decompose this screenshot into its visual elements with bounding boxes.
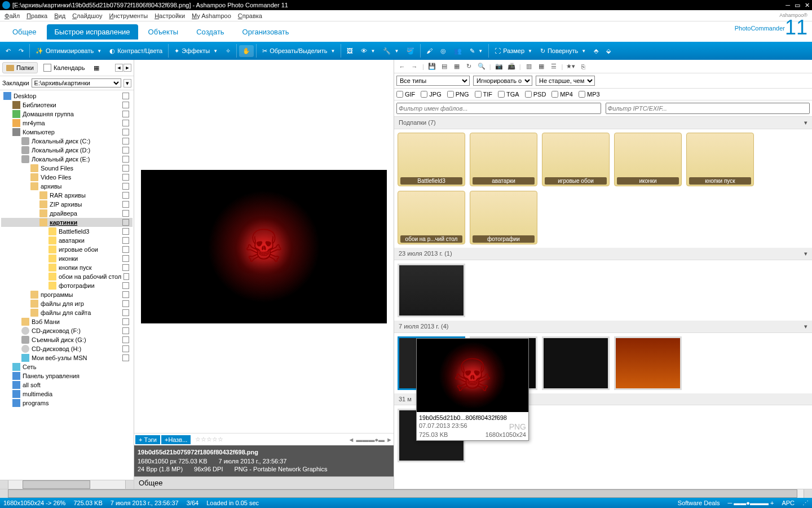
tree-checkbox[interactable] xyxy=(122,138,129,144)
tree-item[interactable]: all soft xyxy=(1,380,133,389)
tree-checkbox[interactable] xyxy=(122,165,129,172)
tree-item[interactable]: обои на рабочий стол xyxy=(1,272,133,281)
tree-checkbox[interactable] xyxy=(122,309,129,316)
name-filter-input[interactable] xyxy=(396,103,601,114)
tab-folders[interactable]: Папки xyxy=(2,62,38,73)
tree-item[interactable]: картинки xyxy=(1,218,133,227)
eye-icon[interactable]: 👁▼ xyxy=(358,45,378,56)
effects-button[interactable]: ✦ Эффекты▼ xyxy=(171,45,221,57)
flip-v-icon[interactable]: ⬙ xyxy=(603,45,614,57)
refresh-icon[interactable]: ↻ xyxy=(465,62,474,71)
back-icon[interactable]: ← xyxy=(398,62,407,71)
group-subfolders[interactable]: Подпапки (7)▾ xyxy=(394,117,812,129)
tree-item[interactable]: Сеть xyxy=(1,362,133,371)
tree-scrollbar[interactable] xyxy=(0,480,134,489)
copy-icon[interactable]: ⎘ xyxy=(579,62,588,71)
format-png[interactable]: PNG xyxy=(447,91,469,98)
tree-item[interactable]: Мои веб-узлы MSN xyxy=(1,353,133,362)
rotate-button[interactable]: ↻ Повернуть▼ xyxy=(537,45,589,57)
zoom-controls[interactable]: ◄ ▬▬▬●▬ ► xyxy=(348,436,392,443)
tree-item[interactable]: Домашняя группа xyxy=(1,110,133,119)
tree-item[interactable]: аватарки xyxy=(1,236,133,245)
folder-thumb[interactable]: обои на р...чий стол xyxy=(398,191,465,244)
tree-item[interactable]: multimedia xyxy=(1,389,133,398)
wrench-icon[interactable]: 🔧▼ xyxy=(379,45,402,57)
bottom-tab-general[interactable]: Общее xyxy=(134,476,394,489)
tree-item[interactable]: драйвера xyxy=(1,209,133,218)
menu-файл[interactable]: Файл xyxy=(5,12,20,19)
menu-my ashampoo[interactable]: My Ashampoo xyxy=(192,12,231,19)
menu-слайдшоу[interactable]: Слайдшоу xyxy=(72,12,102,19)
image-icon[interactable]: 🖼 xyxy=(343,45,356,56)
minimize-button[interactable]: ─ xyxy=(785,2,790,9)
close-button[interactable]: ✕ xyxy=(805,2,810,9)
tags-button[interactable]: + Тэги xyxy=(135,435,160,444)
format-gif[interactable]: GIF xyxy=(396,91,415,98)
maximize-button[interactable]: ▭ xyxy=(795,2,800,9)
tab-2[interactable]: Объекты xyxy=(140,24,187,40)
tree-checkbox[interactable] xyxy=(122,336,129,343)
view2-icon[interactable]: ▦ xyxy=(537,62,546,71)
tree-item[interactable]: фотографии xyxy=(1,281,133,290)
image-thumb[interactable] xyxy=(614,336,682,390)
tree-item[interactable]: программы xyxy=(1,290,133,299)
tree-item[interactable]: Локальный диск (C:) xyxy=(1,137,133,146)
tree-checkbox[interactable] xyxy=(122,120,129,126)
tree-checkbox[interactable] xyxy=(122,219,129,226)
tree-item[interactable]: файлы для игр xyxy=(1,299,133,308)
target-icon[interactable]: ◎ xyxy=(437,45,449,57)
layout1-icon[interactable]: ▤ xyxy=(440,62,449,71)
tree-checkbox[interactable] xyxy=(122,192,129,199)
nav-fwd[interactable]: ► xyxy=(123,64,131,72)
format-mp4[interactable]: MP4 xyxy=(551,91,573,98)
brush-icon[interactable]: 🖌 xyxy=(423,45,436,56)
tree-item[interactable]: programs xyxy=(1,398,133,408)
people-icon[interactable]: 👥 xyxy=(451,45,465,57)
format-psd[interactable]: PSD xyxy=(525,91,546,98)
save-icon[interactable]: 💾 xyxy=(427,62,436,71)
tree-item[interactable]: Панель управления xyxy=(1,371,133,380)
layout2-icon[interactable]: ▦ xyxy=(452,62,461,71)
tab-calendar[interactable]: Календарь xyxy=(40,62,89,73)
folder-thumb[interactable]: кнопки пуск xyxy=(686,133,754,186)
format-mp3[interactable]: MP3 xyxy=(579,91,600,98)
tree-checkbox[interactable] xyxy=(122,237,129,244)
tree-checkbox[interactable] xyxy=(122,111,129,117)
format-tga[interactable]: TGA xyxy=(498,91,519,98)
tree-item[interactable]: Библиотеки xyxy=(1,100,133,110)
tree-checkbox[interactable] xyxy=(122,246,129,253)
format-tif[interactable]: TIF xyxy=(475,91,493,98)
bucket-icon[interactable]: 🪣 xyxy=(403,45,418,57)
image-thumb-selected[interactable]: 19b0d55d21b0...806f80432f698 07.07.2013 … xyxy=(398,336,465,390)
tree-item[interactable]: mr4yma xyxy=(1,119,133,128)
tree-item[interactable]: Компьютер xyxy=(1,128,133,137)
menu-справка[interactable]: Справка xyxy=(238,12,262,19)
folder-thumb[interactable]: Battlefield3 xyxy=(398,133,465,186)
group-date3[interactable]: 7 июля 2013 г. (4)▾ xyxy=(394,321,812,333)
format-jpg[interactable]: JPG xyxy=(421,91,441,98)
tree-item[interactable]: CD-дисковод (H:) xyxy=(1,344,133,353)
pen-icon[interactable]: ✎▼ xyxy=(466,45,486,57)
tree-item[interactable]: ZIP архивы xyxy=(1,200,133,209)
tab-3[interactable]: Создать xyxy=(188,24,232,40)
tree-checkbox[interactable] xyxy=(123,273,129,280)
tree-item[interactable]: RAR архивы xyxy=(1,191,133,200)
menu-настройки[interactable]: Настройки xyxy=(155,12,185,19)
main-scrollbar[interactable] xyxy=(0,489,812,498)
name-button[interactable]: +Назв... xyxy=(161,435,191,444)
tree-checkbox[interactable] xyxy=(122,264,129,271)
tree-checkbox[interactable] xyxy=(122,156,129,163)
image-thumb[interactable] xyxy=(398,264,465,317)
tree-item[interactable]: Локальный диск (E:) xyxy=(1,155,133,164)
size-button[interactable]: ⛶ Размер▼ xyxy=(491,45,536,56)
type-filter[interactable]: Все типы xyxy=(396,76,470,86)
tree-checkbox[interactable] xyxy=(122,129,129,135)
search-icon[interactable]: 🔍 xyxy=(477,62,486,71)
ignore-filter[interactable]: Игнорировать о xyxy=(473,76,532,86)
tree-item[interactable]: игровые обои xyxy=(1,245,133,254)
group-date2[interactable]: 23 июля 2013 г. (1)▾ xyxy=(394,248,812,260)
tree-checkbox[interactable] xyxy=(122,147,129,154)
software-deals-link[interactable]: Software Deals xyxy=(678,500,720,506)
tree-item[interactable]: кнопки пуск xyxy=(1,263,133,272)
fwd-icon[interactable]: → xyxy=(410,62,419,71)
